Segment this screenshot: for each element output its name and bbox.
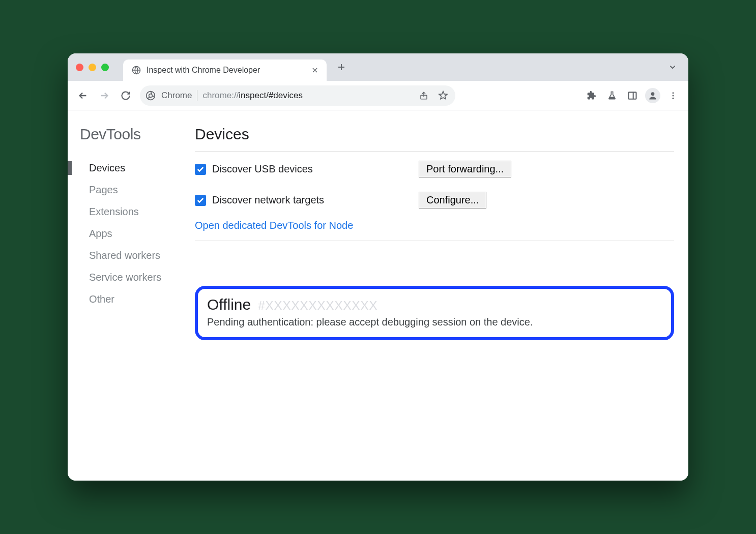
profile-button[interactable] <box>644 86 662 105</box>
nav-devices[interactable]: Devices <box>77 157 190 179</box>
avatar-icon <box>645 88 660 103</box>
url-text: chrome://inspect/#devices <box>202 91 303 101</box>
nav-service-workers[interactable]: Service workers <box>77 266 190 288</box>
device-message: Pending authentication: please accept de… <box>207 316 662 328</box>
open-dedicated-devtools-link[interactable]: Open dedicated DevTools for Node <box>195 220 353 231</box>
close-tab-icon[interactable] <box>310 66 319 75</box>
device-status: Offline <box>207 296 251 313</box>
chrome-icon <box>145 90 156 101</box>
discover-network-label: Discover network targets <box>212 194 324 206</box>
side-panel-icon[interactable] <box>623 86 642 105</box>
minimize-window-button[interactable] <box>89 64 96 71</box>
back-button[interactable] <box>74 86 92 105</box>
tab-strip: Inspect with Chrome Developer <box>68 53 688 81</box>
menu-button[interactable] <box>664 86 682 105</box>
forward-button[interactable] <box>95 86 113 105</box>
main-panel: Devices Discover USB devices Port forwar… <box>190 110 688 481</box>
share-icon[interactable] <box>417 88 431 103</box>
svg-point-8 <box>673 97 674 99</box>
tabs-dropdown-button[interactable] <box>665 60 680 75</box>
nav-apps[interactable]: Apps <box>77 223 190 245</box>
sidebar-title: DevTools <box>80 126 190 143</box>
configure-button[interactable]: Configure... <box>419 192 486 209</box>
reload-button[interactable] <box>117 86 135 105</box>
toolbar: Chrome chrome://inspect/#devices <box>68 81 688 110</box>
globe-icon <box>131 65 141 75</box>
tab-title: Inspect with Chrome Developer <box>147 66 305 75</box>
toolbar-right-icons <box>583 86 682 105</box>
device-status-callout: Offline #XXXXXXXXXXXXX Pending authentic… <box>195 286 674 340</box>
close-window-button[interactable] <box>76 64 83 71</box>
svg-rect-4 <box>629 92 636 99</box>
labs-icon[interactable] <box>603 86 621 105</box>
nav-pages[interactable]: Pages <box>77 179 190 201</box>
port-forwarding-button[interactable]: Port forwarding... <box>419 161 511 177</box>
nav-shared-workers[interactable]: Shared workers <box>77 245 190 266</box>
nav-extensions[interactable]: Extensions <box>77 201 190 223</box>
window-controls <box>76 64 109 71</box>
bookmark-star-icon[interactable] <box>436 88 450 103</box>
svg-point-5 <box>651 92 655 96</box>
browser-window: Inspect with Chrome Developer Chrome <box>68 53 688 481</box>
sidebar: DevTools Devices Pages Extensions Apps S… <box>68 110 190 481</box>
url-chip-label: Chrome <box>161 91 192 101</box>
page-title: Devices <box>195 126 674 143</box>
svg-point-6 <box>673 92 674 94</box>
svg-point-7 <box>673 95 674 96</box>
discover-usb-checkbox[interactable] <box>195 164 206 175</box>
new-tab-button[interactable] <box>334 60 349 75</box>
extensions-icon[interactable] <box>583 86 601 105</box>
discover-usb-label: Discover USB devices <box>212 163 313 175</box>
discover-network-checkbox[interactable] <box>195 195 206 206</box>
omnibox-separator <box>197 90 197 101</box>
device-id: #XXXXXXXXXXXXX <box>258 299 377 313</box>
maximize-window-button[interactable] <box>101 64 109 71</box>
nav-other[interactable]: Other <box>77 288 190 310</box>
page-content: DevTools Devices Pages Extensions Apps S… <box>68 110 688 481</box>
browser-tab[interactable]: Inspect with Chrome Developer <box>123 60 327 81</box>
address-bar[interactable]: Chrome chrome://inspect/#devices <box>140 85 455 106</box>
